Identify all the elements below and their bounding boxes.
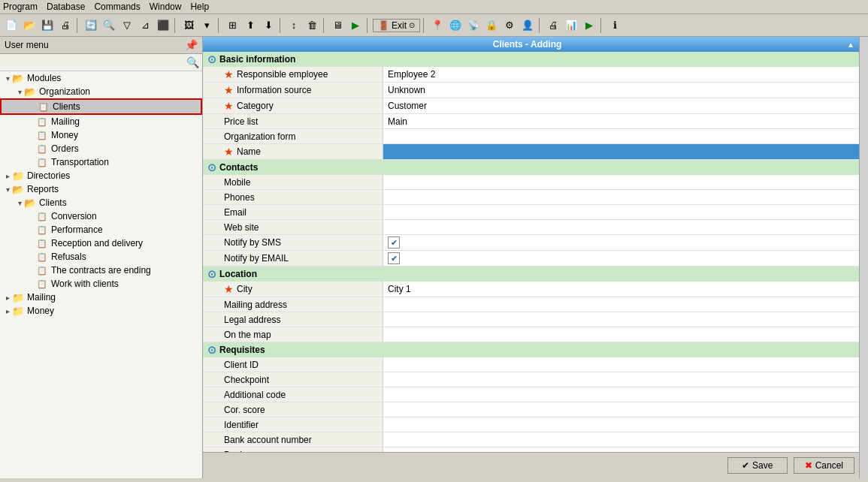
form-value-requisites-2[interactable] bbox=[383, 387, 859, 402]
section-expand-requisites[interactable]: ⊙ bbox=[207, 344, 216, 356]
form-value-basic-5[interactable] bbox=[383, 144, 859, 159]
toolbar-btn-monitor[interactable]: 🖥 bbox=[329, 17, 346, 34]
tree-item-mailing2[interactable]: ▸📁Mailing bbox=[0, 291, 202, 304]
tree-item-directories[interactable]: ▸📁Directories bbox=[0, 169, 202, 182]
menu-database[interactable]: Database bbox=[47, 2, 85, 12]
section-header-location[interactable]: ⊙Location bbox=[203, 267, 859, 282]
section-header-requisites[interactable]: ⊙Requisites bbox=[203, 342, 859, 357]
section-expand-basic[interactable]: ⊙ bbox=[207, 53, 216, 65]
form-value-basic-0[interactable]: Employee 2 bbox=[383, 67, 859, 82]
form-input-basic-1[interactable]: Unknown bbox=[388, 85, 854, 95]
expand-icon-reports[interactable]: ▾ bbox=[3, 185, 12, 194]
expand-icon-rep-clients[interactable]: ▾ bbox=[15, 199, 24, 207]
form-value-requisites-0[interactable] bbox=[383, 357, 859, 372]
toolbar-btn-info[interactable]: ℹ bbox=[606, 17, 623, 34]
toolbar-btn-new[interactable]: 📄 bbox=[3, 17, 20, 34]
menu-commands[interactable]: Commands bbox=[94, 2, 140, 12]
form-value-requisites-1[interactable] bbox=[383, 372, 859, 387]
tree-item-refusals[interactable]: 📋Refusals bbox=[0, 250, 202, 264]
tree-item-rep-clients[interactable]: ▾📂Clients bbox=[0, 196, 202, 209]
menu-program[interactable]: Program bbox=[3, 2, 38, 12]
tree-item-reception[interactable]: 📋Reception and delivery bbox=[0, 236, 202, 250]
form-value-location-3[interactable] bbox=[383, 327, 859, 342]
form-value-contacts-3[interactable] bbox=[383, 220, 859, 234]
toolbar-btn-pin[interactable]: 📍 bbox=[429, 17, 446, 34]
form-input-location-0[interactable]: City 1 bbox=[388, 284, 854, 294]
toolbar-btn-find[interactable]: 🔍 bbox=[101, 17, 117, 34]
form-value-contacts-0[interactable] bbox=[383, 175, 859, 189]
toolbar-btn-table[interactable]: ⊞ bbox=[224, 17, 240, 34]
expand-icon-money2[interactable]: ▸ bbox=[3, 307, 12, 315]
save-button[interactable]: ✔ Save bbox=[727, 457, 788, 474]
dialog-scroll-up[interactable]: ▲ bbox=[847, 41, 854, 49]
tree-item-money[interactable]: 📋Money bbox=[0, 128, 202, 142]
checkbox-contacts-5[interactable]: ✔ bbox=[388, 252, 400, 264]
form-value-requisites-5[interactable] bbox=[383, 432, 859, 447]
exit-button[interactable]: 🚪 Exit ⊙ bbox=[373, 19, 420, 32]
form-value-contacts-1[interactable] bbox=[383, 190, 859, 204]
form-value-basic-4[interactable] bbox=[383, 129, 859, 143]
tree-item-workclients[interactable]: 📋Work with clients bbox=[0, 277, 202, 291]
expand-icon-modules[interactable]: ▾ bbox=[3, 74, 12, 83]
toolbar-btn-feed[interactable]: 📡 bbox=[465, 17, 482, 34]
form-value-basic-3[interactable]: Main bbox=[383, 114, 859, 128]
toolbar-btn-lock[interactable]: 🔒 bbox=[483, 17, 500, 34]
checkbox-contacts-4[interactable]: ✔ bbox=[388, 236, 400, 249]
toolbar-btn-chart[interactable]: 📊 bbox=[563, 17, 579, 34]
section-header-contacts[interactable]: ⊙Contacts bbox=[203, 160, 859, 175]
form-input-basic-0[interactable]: Employee 2 bbox=[388, 69, 854, 80]
toolbar-btn-tools[interactable]: ⚙ bbox=[501, 17, 518, 34]
toolbar-btn-play[interactable]: ▶ bbox=[347, 17, 364, 34]
form-value-requisites-3[interactable] bbox=[383, 402, 859, 417]
tree-item-orders[interactable]: 📋Orders bbox=[0, 142, 202, 155]
tree-item-organization[interactable]: ▾📂Organization bbox=[0, 85, 202, 98]
tree-item-mailing[interactable]: 📋Mailing bbox=[0, 115, 202, 128]
form-value-contacts-2[interactable] bbox=[383, 205, 859, 219]
form-value-requisites-4[interactable] bbox=[383, 417, 859, 432]
tree-item-money2[interactable]: ▸📁Money bbox=[0, 304, 202, 318]
toolbar-btn-printer[interactable]: 🖨 bbox=[545, 17, 561, 34]
expand-icon-directories[interactable]: ▸ bbox=[3, 172, 12, 180]
toolbar-btn-filter3[interactable]: ⬛ bbox=[155, 17, 171, 34]
tree-item-contracts[interactable]: 📋The contracts are ending bbox=[0, 264, 202, 277]
toolbar-btn-filter2[interactable]: ⊿ bbox=[137, 17, 153, 34]
toolbar-btn-img[interactable]: 🖼 bbox=[180, 17, 197, 34]
toolbar-btn-down[interactable]: ⬇ bbox=[260, 17, 277, 34]
expand-icon-mailing2[interactable]: ▸ bbox=[3, 294, 12, 302]
pin-icon[interactable]: 📌 bbox=[185, 39, 198, 51]
tree-item-clients[interactable]: 📋Clients bbox=[0, 98, 202, 115]
tree-item-reports[interactable]: ▾📂Reports bbox=[0, 182, 202, 196]
form-value-location-0[interactable]: City 1 bbox=[383, 282, 859, 297]
form-value-basic-2[interactable]: Customer bbox=[383, 98, 859, 113]
form-value-location-1[interactable] bbox=[383, 297, 859, 312]
section-expand-contacts[interactable]: ⊙ bbox=[207, 161, 216, 173]
menu-window[interactable]: Window bbox=[150, 2, 182, 12]
form-input-basic-2[interactable]: Customer bbox=[388, 101, 854, 111]
toolbar-btn-delete[interactable]: 🗑 bbox=[304, 17, 320, 34]
toolbar-btn-filter[interactable]: ▽ bbox=[119, 17, 135, 34]
toolbar-btn-up[interactable]: ⬆ bbox=[242, 17, 259, 34]
expand-icon-organization[interactable]: ▾ bbox=[15, 88, 24, 96]
toolbar-btn-img2[interactable]: ▾ bbox=[198, 17, 215, 34]
cancel-button[interactable]: ✖ Cancel bbox=[794, 457, 854, 474]
form-input-basic-3[interactable]: Main bbox=[388, 116, 854, 127]
toolbar-btn-person[interactable]: 👤 bbox=[519, 17, 536, 34]
tree-item-performance[interactable]: 📋Performance bbox=[0, 223, 202, 236]
toolbar-btn-run[interactable]: ▶ bbox=[581, 17, 597, 34]
tree-item-conversion[interactable]: 📋Conversion bbox=[0, 209, 202, 223]
right-scrollbar[interactable] bbox=[859, 37, 868, 478]
toolbar-btn-refresh[interactable]: 🔄 bbox=[83, 17, 99, 34]
section-header-basic[interactable]: ⊙Basic information bbox=[203, 52, 859, 67]
search-icon[interactable]: 🔍 bbox=[186, 56, 199, 68]
toolbar-btn-save[interactable]: 💾 bbox=[39, 17, 56, 34]
section-expand-location[interactable]: ⊙ bbox=[207, 268, 216, 280]
form-value-basic-1[interactable]: Unknown bbox=[383, 83, 859, 98]
toolbar-btn-globe[interactable]: 🌐 bbox=[447, 17, 464, 34]
toolbar-btn-move[interactable]: ↕ bbox=[286, 17, 302, 34]
form-value-location-2[interactable] bbox=[383, 312, 859, 327]
tree-item-modules[interactable]: ▾📂Modules bbox=[0, 71, 202, 85]
tree-item-transportation[interactable]: 📋Transportation bbox=[0, 155, 202, 169]
menu-help[interactable]: Help bbox=[190, 2, 209, 12]
toolbar-btn-open[interactable]: 📂 bbox=[21, 17, 38, 34]
toolbar-btn-print[interactable]: 🖨 bbox=[57, 17, 74, 34]
